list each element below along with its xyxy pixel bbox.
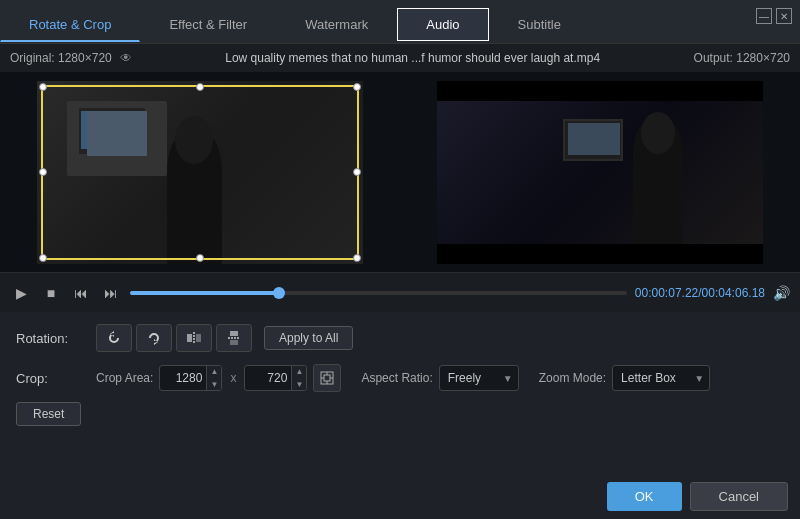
crop-width-up[interactable]: ▲ xyxy=(207,365,221,378)
crop-area-group: Crop Area: ▲ ▼ x ▲ ▼ xyxy=(96,364,710,392)
cancel-button[interactable]: Cancel xyxy=(690,482,788,511)
tab-effect-filter[interactable]: Effect & Filter xyxy=(140,8,276,41)
flip-horizontal-button[interactable] xyxy=(176,324,212,352)
svg-rect-3 xyxy=(230,331,238,336)
time-display: 00:00:07.22/00:04:06.18 xyxy=(635,286,765,300)
video-area xyxy=(0,72,800,272)
dimension-separator: x xyxy=(228,371,238,385)
footer: OK Cancel xyxy=(595,474,800,519)
controls-bar: ▶ ■ ⏮ ⏭ 00:00:07.22/00:04:06.18 🔊 xyxy=(0,272,800,312)
crop-container xyxy=(37,81,363,264)
play-button[interactable]: ▶ xyxy=(10,282,32,304)
rotation-label: Rotation: xyxy=(16,331,96,346)
center-crop-button[interactable] xyxy=(313,364,341,392)
apply-to-all-button[interactable]: Apply to All xyxy=(264,326,353,350)
prev-button[interactable]: ⏮ xyxy=(70,282,92,304)
reset-button[interactable]: Reset xyxy=(16,402,81,426)
crop-area-label: Crop Area: xyxy=(96,371,153,385)
volume-icon[interactable]: 🔊 xyxy=(773,285,790,301)
video-frame-left xyxy=(37,81,363,264)
output-resolution: Output: 1280×720 xyxy=(694,51,790,65)
tab-rotate-crop[interactable]: Rotate & Crop xyxy=(0,8,140,42)
flip-vertical-button[interactable] xyxy=(216,324,252,352)
crop-width-input-wrap: ▲ ▼ xyxy=(159,365,222,391)
time-current: 00:00:07.22 xyxy=(635,286,698,300)
svg-rect-4 xyxy=(230,340,238,345)
filename: Low quality memes that no human ...f hum… xyxy=(132,51,694,65)
zoom-mode-label: Zoom Mode: xyxy=(539,371,606,385)
zoom-mode-select-wrap: Letter Box Pan & Scan Full ▼ xyxy=(612,365,710,391)
crop-height-input[interactable] xyxy=(245,371,291,385)
crop-height-input-wrap: ▲ ▼ xyxy=(244,365,307,391)
progress-thumb[interactable] xyxy=(273,287,285,299)
info-bar: Original: 1280×720 👁 Low quality memes t… xyxy=(0,44,800,72)
crop-row: Crop: Crop Area: ▲ ▼ x ▲ ▼ xyxy=(16,364,784,392)
aspect-ratio-label: Aspect Ratio: xyxy=(361,371,432,385)
progress-track[interactable] xyxy=(130,291,627,295)
crop-height-up[interactable]: ▲ xyxy=(292,365,306,378)
minimize-button[interactable]: — xyxy=(756,8,772,24)
stop-button[interactable]: ■ xyxy=(40,282,62,304)
rotate-ccw-button[interactable] xyxy=(96,324,132,352)
title-bar: — ✕ xyxy=(748,0,800,32)
preview-container xyxy=(437,81,763,264)
crop-width-down[interactable]: ▼ xyxy=(207,378,221,391)
aspect-ratio-select[interactable]: Freely 16:9 4:3 1:1 9:16 xyxy=(439,365,519,391)
zoom-mode-select[interactable]: Letter Box Pan & Scan Full xyxy=(612,365,710,391)
svg-rect-1 xyxy=(196,334,201,342)
tab-subtitle[interactable]: Subtitle xyxy=(489,8,590,41)
eye-icon[interactable]: 👁 xyxy=(120,51,132,65)
tab-audio[interactable]: Audio xyxy=(397,8,488,41)
close-button[interactable]: ✕ xyxy=(776,8,792,24)
crop-height-spinners: ▲ ▼ xyxy=(291,365,306,391)
crop-label: Crop: xyxy=(16,371,96,386)
crop-height-down[interactable]: ▼ xyxy=(292,378,306,391)
rotation-buttons xyxy=(96,324,252,352)
aspect-ratio-select-wrap: Freely 16:9 4:3 1:1 9:16 ▼ xyxy=(439,365,519,391)
crop-width-spinners: ▲ ▼ xyxy=(206,365,221,391)
crop-width-input[interactable] xyxy=(160,371,206,385)
video-preview-right xyxy=(400,72,800,272)
progress-fill xyxy=(130,291,279,295)
svg-rect-0 xyxy=(187,334,192,342)
time-total: 00:04:06.18 xyxy=(702,286,765,300)
video-content-left xyxy=(37,81,363,264)
tab-bar: Rotate & Crop Effect & Filter Watermark … xyxy=(0,0,800,44)
svg-rect-7 xyxy=(324,375,330,381)
original-resolution: Original: 1280×720 xyxy=(10,51,112,65)
reset-row: Reset xyxy=(16,402,784,426)
rotate-cw-button[interactable] xyxy=(136,324,172,352)
rotation-row: Rotation: xyxy=(16,324,784,352)
bottom-area: Rotation: xyxy=(0,312,800,438)
video-preview-left xyxy=(0,72,400,272)
tab-watermark[interactable]: Watermark xyxy=(276,8,397,41)
ok-button[interactable]: OK xyxy=(607,482,682,511)
next-button[interactable]: ⏭ xyxy=(100,282,122,304)
